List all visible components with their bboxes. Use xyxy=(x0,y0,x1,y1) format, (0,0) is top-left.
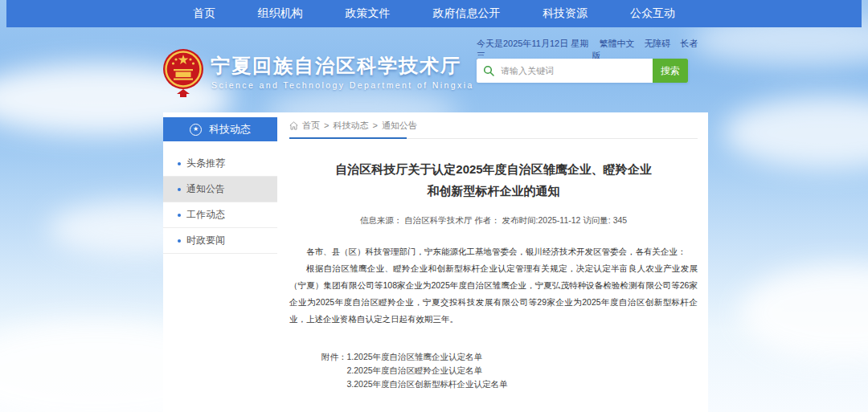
sidebar: ★ 科技动态 头条推荐 通知公告 工作动态 时政要闻 xyxy=(163,117,277,254)
national-emblem-logo xyxy=(162,47,204,99)
sidebar-item-work-news[interactable]: 工作动态 xyxy=(163,202,277,228)
bullet-dot xyxy=(178,214,181,217)
nav-item-organization[interactable]: 组织机构 xyxy=(258,6,303,21)
cloud-decoration xyxy=(723,96,868,169)
page: 首页 组织机构 政策文件 政府信息公开 科技资源 公众互动 宁夏回族自治区科学技… xyxy=(0,0,868,412)
link-accessibility[interactable]: 无障碍 xyxy=(644,39,670,48)
article-title: 自治区科技厅关于认定2025年度自治区雏鹰企业、瞪羚企业 和创新型标杆企业的通知 xyxy=(289,158,698,202)
star-circle-icon: ★ xyxy=(190,124,202,136)
article-title-line1: 自治区科技厅关于认定2025年度自治区雏鹰企业、瞪羚企业 xyxy=(289,158,698,180)
sidebar-item-label: 工作动态 xyxy=(186,208,225,222)
nav-item-home[interactable]: 首页 xyxy=(193,6,215,21)
sidebar-item-label: 头条推荐 xyxy=(186,157,225,170)
nav-item-resources[interactable]: 科技资源 xyxy=(542,6,588,21)
breadcrumb-notices[interactable]: 通知公告 xyxy=(382,120,417,132)
article-meta: 信息来源： 自治区科学技术厅 作者： 发布时间:2025-11-12 访问量: … xyxy=(289,215,698,226)
article-title-line2: 和创新型标杆企业的通知 xyxy=(289,180,698,202)
attachments: 附件： 1.2025年度自治区雏鹰企业认定名单 2.2025年度自治区瞪羚企业认… xyxy=(289,350,698,391)
search-button[interactable]: 搜索 xyxy=(653,59,688,83)
content-panel: ★ 科技动态 头条推荐 通知公告 工作动态 时政要闻 首页 > 科技动态 > 通… xyxy=(163,112,708,412)
search-input[interactable] xyxy=(501,59,653,83)
link-traditional-chinese[interactable]: 繁體中文 xyxy=(599,39,634,48)
sidebar-item-politics-news[interactable]: 时政要闻 xyxy=(163,228,277,254)
search-bar: 搜索 xyxy=(477,59,688,83)
bullet-dot xyxy=(178,188,181,191)
sidebar-header: ★ 科技动态 xyxy=(163,117,277,141)
cloud-decoration xyxy=(739,265,868,361)
breadcrumb: 首页 > 科技动态 > 通知公告 xyxy=(289,112,698,139)
attachment-link-1[interactable]: 1.2025年度自治区雏鹰企业认定名单 xyxy=(347,350,508,364)
search-icon xyxy=(477,59,501,83)
article-body: 各市、县（区）科技管理部门，宁东能源化工基地管委会，银川经济技术开发区管委会，各… xyxy=(289,243,698,328)
attachment-link-2[interactable]: 2.2025年度自治区瞪羚企业认定名单 xyxy=(347,364,508,377)
bullet-dot xyxy=(178,162,181,165)
breadcrumb-home[interactable]: 首页 xyxy=(302,120,320,132)
sidebar-item-label: 通知公告 xyxy=(186,182,225,196)
breadcrumb-separator: > xyxy=(324,120,329,130)
nav-item-gov-info[interactable]: 政府信息公开 xyxy=(432,6,500,21)
sidebar-menu: 头条推荐 通知公告 工作动态 时政要闻 xyxy=(163,151,277,254)
sidebar-item-label: 时政要闻 xyxy=(186,234,225,247)
article-paragraph: 根据自治区雏鹰企业、瞪羚企业和创新型标杆企业认定管理有关规定，决定认定半亩良人农… xyxy=(289,260,698,328)
sidebar-item-notices[interactable]: 通知公告 xyxy=(163,177,277,202)
site-title: 宁夏回族自治区科学技术厅 xyxy=(211,53,461,79)
breadcrumb-separator: > xyxy=(372,120,377,130)
breadcrumb-tech-news[interactable]: 科技动态 xyxy=(333,120,368,132)
sidebar-title: 科技动态 xyxy=(209,122,251,137)
home-icon xyxy=(289,121,298,130)
bullet-dot xyxy=(178,239,181,243)
article-paragraph: 各市、县（区）科技管理部门，宁东能源化工基地管委会，银川经济技术开发区管委会，各… xyxy=(289,243,698,260)
site-subtitle: Science and Technology Department of Nin… xyxy=(211,80,474,90)
attachment-link-3[interactable]: 3.2025年度自治区创新型标杆企业认定名单 xyxy=(347,377,508,391)
nav-item-policy[interactable]: 政策文件 xyxy=(346,6,391,21)
top-navigation: 首页 组织机构 政策文件 政府信息公开 科技资源 公众互动 xyxy=(6,0,862,27)
article-area: 首页 > 科技动态 > 通知公告 自治区科技厅关于认定2025年度自治区雏鹰企业… xyxy=(289,112,698,391)
attachments-label: 附件： xyxy=(321,350,347,391)
sidebar-item-headlines[interactable]: 头条推荐 xyxy=(163,151,277,177)
nav-item-interaction[interactable]: 公众互动 xyxy=(630,6,675,21)
